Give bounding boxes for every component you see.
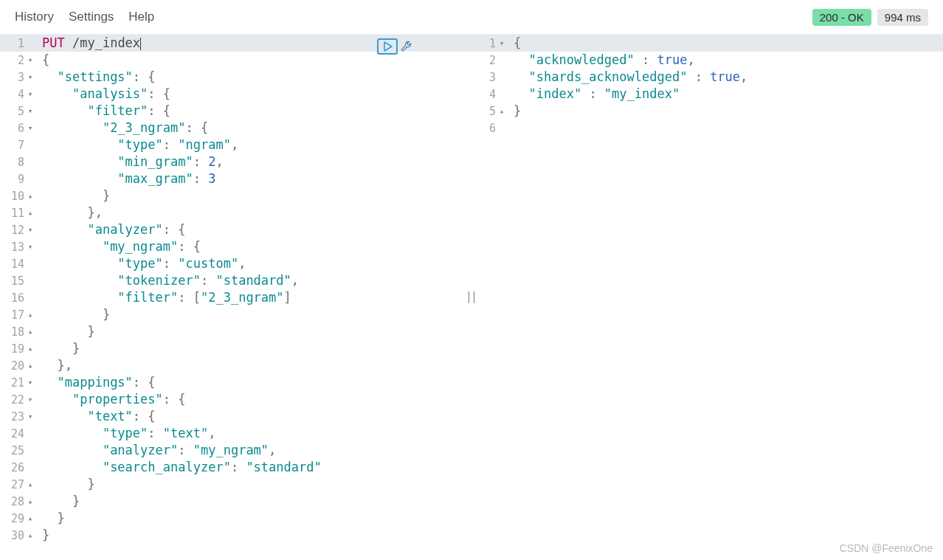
code-line[interactable]: } <box>36 323 472 340</box>
code-line[interactable]: "filter": { <box>36 103 472 120</box>
fold-toggle-icon[interactable]: ▾ <box>27 72 33 82</box>
code-line[interactable]: }, <box>36 204 472 221</box>
code-line[interactable]: "analysis": { <box>36 86 472 103</box>
fold-toggle-icon[interactable]: ▴ <box>27 480 33 489</box>
fold-toggle-icon[interactable]: ▾ <box>499 38 505 48</box>
code-line[interactable] <box>508 120 943 136</box>
fold-toggle-icon[interactable]: ▴ <box>27 191 33 201</box>
token-str: "my_ngram" <box>193 443 269 457</box>
token-key: "shards_acknowledged" <box>528 69 687 84</box>
token-punc: { <box>514 35 521 50</box>
fold-toggle-icon[interactable]: ▴ <box>27 327 33 336</box>
line-number: 6 <box>489 122 496 135</box>
code-line[interactable]: }, <box>36 357 472 374</box>
code-line[interactable]: "filter": ["2_3_ngram"] <box>36 289 472 306</box>
fold-toggle-icon[interactable]: ▾ <box>27 55 33 65</box>
fold-toggle-icon[interactable]: ▴ <box>27 208 33 218</box>
code-line[interactable]: } <box>36 476 472 493</box>
line-number: 7 <box>18 139 24 152</box>
fold-toggle-icon[interactable]: ▾ <box>27 378 33 387</box>
code-line[interactable]: "analyzer": { <box>36 221 472 238</box>
fold-toggle-icon[interactable]: ▾ <box>27 412 33 421</box>
code-line[interactable]: "my_ngram": { <box>36 238 472 255</box>
token-punc <box>514 69 528 84</box>
token-key: "analyzer" <box>103 443 178 457</box>
code-line[interactable]: "index" : "my_index" <box>508 86 943 103</box>
code-line[interactable]: } <box>508 103 943 120</box>
code-line[interactable]: "2_3_ngram": { <box>36 120 472 136</box>
token-str: "standard" <box>215 273 291 288</box>
fold-toggle-icon[interactable]: ▾ <box>27 106 33 116</box>
fold-toggle-icon[interactable]: ▴ <box>27 361 33 370</box>
code-line[interactable]: "search_analyzer": "standard" <box>36 459 472 476</box>
code-line[interactable]: } <box>36 493 472 510</box>
token-key: "max_gram" <box>117 171 193 186</box>
fold-toggle-icon[interactable]: ▴ <box>27 344 33 353</box>
gutter-line: 24 <box>0 425 36 442</box>
token-punc: : <box>163 137 178 152</box>
panel-divider[interactable] <box>469 291 474 303</box>
gutter-left: 1 2▾3▾4▾5▾6▾7 8 9 10▴11▴12▾13▾14 15 16 1… <box>0 35 36 560</box>
code-line[interactable]: } <box>36 340 472 357</box>
fold-toggle-icon[interactable]: ▾ <box>27 395 33 404</box>
line-number: 15 <box>11 274 24 288</box>
token-method: PUT <box>42 35 65 50</box>
token-punc <box>42 171 117 186</box>
gutter-line: 21▾ <box>0 374 36 391</box>
token-str: "text" <box>163 426 208 440</box>
code-line[interactable]: "text": { <box>36 408 472 425</box>
line-number: 24 <box>11 427 24 440</box>
fold-toggle-icon[interactable]: ▾ <box>27 225 33 235</box>
fold-toggle-icon[interactable]: ▾ <box>27 123 33 133</box>
code-line[interactable]: "acknowledged" : true, <box>508 52 943 69</box>
request-editor[interactable]: PUT /my_index{ "settings": { "analysis":… <box>36 35 472 560</box>
token-punc: } <box>42 341 80 356</box>
response-viewer[interactable]: { "acknowledged" : true, "shards_acknowl… <box>508 35 943 560</box>
gutter-line: 5▾ <box>0 103 36 120</box>
code-line[interactable]: } <box>36 527 472 544</box>
gutter-line: 26 <box>0 459 36 476</box>
fold-toggle-icon[interactable]: ▴ <box>27 530 33 540</box>
gutter-line: 12▾ <box>0 221 36 238</box>
code-line[interactable]: "type": "ngram", <box>36 136 472 153</box>
code-line[interactable]: "max_gram": 3 <box>36 170 472 187</box>
token-punc <box>65 35 72 50</box>
fold-toggle-icon[interactable]: ▾ <box>27 242 33 252</box>
token-punc: , <box>238 256 246 271</box>
code-line[interactable]: } <box>36 510 472 527</box>
token-key: "2_3_ngram" <box>103 120 186 135</box>
run-button[interactable] <box>377 38 398 55</box>
code-line[interactable]: "min_gram": 2, <box>36 153 472 170</box>
token-key: "type" <box>117 137 162 152</box>
code-line[interactable]: "type": "text", <box>36 425 472 442</box>
fold-toggle-icon[interactable]: ▴ <box>499 106 505 116</box>
play-icon <box>382 41 393 52</box>
line-number: 10 <box>11 190 24 203</box>
code-line[interactable]: "settings": { <box>36 69 472 86</box>
token-punc: : { <box>148 103 170 118</box>
menu-history[interactable]: History <box>15 10 54 24</box>
code-line[interactable]: "tokenizer": "standard", <box>36 272 472 289</box>
fold-toggle-icon[interactable]: ▴ <box>27 310 33 319</box>
fold-toggle-icon[interactable]: ▾ <box>27 89 33 99</box>
code-line[interactable]: "type": "custom", <box>36 255 472 272</box>
token-punc: : { <box>163 392 186 407</box>
fold-toggle-icon[interactable]: ▴ <box>27 497 33 506</box>
code-line[interactable]: "analyzer": "my_ngram", <box>36 442 472 459</box>
tools-button[interactable] <box>399 38 414 55</box>
token-punc: } <box>514 103 521 118</box>
gutter-line: 16 <box>0 289 36 306</box>
menu-settings[interactable]: Settings <box>69 10 114 24</box>
code-line[interactable]: "shards_acknowledged" : true, <box>508 69 943 86</box>
token-punc <box>514 52 528 67</box>
code-line[interactable]: { <box>508 35 943 52</box>
token-punc: , <box>687 52 694 67</box>
code-line[interactable]: "mappings": { <box>36 374 472 391</box>
code-line[interactable]: } <box>36 187 472 204</box>
line-number: 23 <box>11 410 24 424</box>
menu-help[interactable]: Help <box>128 10 154 24</box>
code-line[interactable]: } <box>36 306 472 323</box>
request-panel: 1 2▾3▾4▾5▾6▾7 8 9 10▴11▴12▾13▾14 15 16 1… <box>0 35 472 560</box>
fold-toggle-icon[interactable]: ▴ <box>27 514 33 523</box>
code-line[interactable]: "properties": { <box>36 391 472 408</box>
